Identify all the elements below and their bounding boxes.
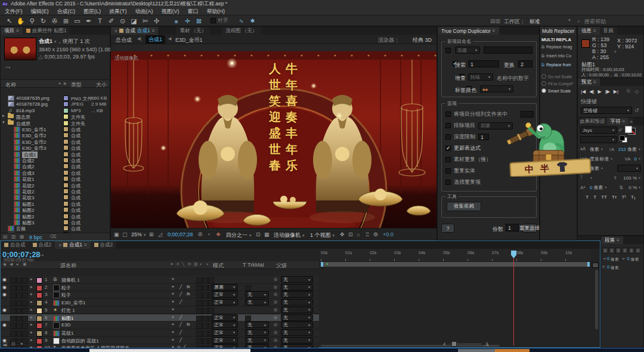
grid-guides-icon[interactable]: ⊞	[149, 231, 154, 237]
label-color-swatch[interactable]	[36, 292, 42, 298]
hand-tool[interactable]: ✋	[15, 16, 26, 26]
visibility-toggle-icon[interactable]: ◉	[2, 277, 7, 282]
eyedropper-icon[interactable]: ✐	[618, 128, 623, 133]
search-input[interactable]: 1	[468, 60, 499, 67]
layer-row[interactable]: ◉▸1✇摄像机 1✦◎无▼	[1, 276, 319, 284]
parent-dropdown[interactable]: 无▼	[281, 276, 313, 283]
parent-dropdown[interactable]: 无▼	[281, 291, 313, 298]
column-type[interactable]: 类型	[71, 81, 82, 89]
option-checkbox[interactable]	[445, 146, 451, 151]
pixel-aspect-icon[interactable]: ✥	[340, 231, 345, 237]
trkmat-well[interactable]	[245, 316, 251, 322]
shy-icon[interactable]: ✦	[171, 292, 175, 297]
label-color-swatch[interactable]	[63, 194, 69, 200]
layer-row[interactable]: ▸8花纹1✦╱正常▼无▼◎无▼	[1, 329, 319, 337]
last-frame-icon[interactable]: ▶|	[614, 89, 618, 94]
lock-toggle[interactable]	[22, 277, 28, 283]
leading-value[interactable]: 212	[618, 147, 626, 152]
pickwhip-icon[interactable]: ◎	[274, 292, 277, 297]
blend-mode-dropdown[interactable]: 正常▼	[212, 299, 238, 305]
menu-item[interactable]: 编辑(E)	[31, 8, 49, 16]
label-color-swatch[interactable]	[36, 308, 42, 314]
faux-style-button[interactable]: T¹	[621, 194, 626, 200]
layer-name[interactable]: E3D_金币1	[61, 299, 85, 306]
layer-name[interactable]: 摄像机 1	[61, 277, 80, 283]
label-color-swatch[interactable]	[36, 300, 42, 306]
workspace-caret-icon[interactable]: ▼	[568, 18, 571, 22]
flowchart-button-icon[interactable]: ♖	[365, 231, 370, 237]
parent-dropdown[interactable]: 无▼	[281, 329, 313, 336]
solo-toggle[interactable]	[16, 300, 22, 306]
expander-icon[interactable]: ▸	[30, 307, 33, 312]
project-item[interactable]: 花纹3合成	[1, 194, 110, 200]
item-name[interactable]: 401687635.png	[16, 95, 49, 101]
indent-left-value[interactable]: 0	[607, 257, 609, 263]
label-color-swatch[interactable]	[63, 226, 69, 231]
lock-toggle[interactable]	[22, 285, 28, 291]
stroke-type-dropdown[interactable]: ▼	[617, 165, 641, 172]
renderer-value[interactable]: 经典 3D	[413, 36, 432, 44]
next-frame-icon[interactable]: |▶	[605, 89, 610, 94]
switch-well[interactable]	[202, 338, 208, 344]
item-name[interactable]: 401876728.jpg	[16, 101, 48, 107]
label-color-swatch[interactable]	[36, 277, 42, 283]
menu-item[interactable]: 合成(C)	[57, 8, 76, 16]
graph-editor-icon[interactable]: ⊟	[11, 341, 16, 347]
blend-mode-dropdown[interactable]: 正常▼	[212, 314, 238, 321]
transfer-controls-icon[interactable]: ✦	[20, 341, 24, 347]
blend-mode-dropdown[interactable]: 屏幕▼	[212, 284, 238, 291]
switch-well[interactable]	[202, 331, 208, 336]
column-parent[interactable]: 父级	[276, 262, 287, 270]
parent-dropdown[interactable]: 无▼	[281, 322, 313, 328]
scale-value[interactable]: 100 %	[623, 175, 637, 181]
label-color-swatch[interactable]	[63, 183, 69, 188]
radio-icon[interactable]	[541, 74, 546, 79]
solo-toggle[interactable]	[16, 331, 22, 336]
switch-well[interactable]	[196, 292, 202, 298]
label-color-swatch[interactable]	[63, 220, 69, 225]
panel-menu-icon[interactable]: ≡	[152, 28, 155, 33]
audio-toggle[interactable]	[10, 277, 16, 283]
project-item[interactable]: E3D_金币2合成	[1, 138, 110, 144]
pickwhip-icon[interactable]: ◎	[274, 322, 277, 327]
mr-radio[interactable]: Do not Scale	[541, 73, 575, 80]
audio-toggle[interactable]	[10, 323, 16, 329]
label-color-swatch[interactable]	[63, 108, 69, 113]
fx-icon[interactable]: fx	[187, 322, 190, 326]
help-button[interactable]: ?	[441, 224, 454, 233]
align-button[interactable]: ≡	[628, 248, 634, 254]
first-frame-icon[interactable]: |◀	[581, 89, 586, 94]
project-item[interactable]: 花纹2合成	[1, 182, 110, 188]
search-icon[interactable]: ⌕	[577, 18, 580, 24]
mr-button[interactable]: ⧉Replace from	[541, 60, 575, 69]
pan-behind-tool[interactable]: ⊞	[60, 16, 72, 26]
lock-toggle[interactable]	[22, 316, 28, 322]
blend-mode-dropdown[interactable]: 正常▼	[212, 291, 238, 298]
clone-stamp-tool[interactable]: ⊙	[117, 16, 128, 26]
mask-feather-tool[interactable]: ∿	[236, 16, 247, 26]
solo-toggle[interactable]	[16, 323, 22, 329]
baseline-value[interactable]: 0	[590, 185, 592, 190]
transparency-grid-icon[interactable]: ▦	[264, 231, 270, 237]
blend-mode-dropdown[interactable]: 正常▼	[212, 337, 238, 344]
panel-menu-icon[interactable]: ≡	[617, 237, 620, 243]
quality-icon[interactable]: ╱	[179, 292, 182, 297]
mute-icon[interactable]: ◁·	[634, 89, 640, 94]
zoom-slider-handle[interactable]	[451, 341, 457, 347]
faux-style-button[interactable]: Tᴛ	[612, 194, 617, 200]
pickwhip-icon[interactable]: ◎	[274, 307, 277, 312]
always-preview-icon[interactable]: ▣	[114, 231, 119, 237]
column-mode[interactable]: 模式	[213, 262, 224, 270]
taskbar-window-gray[interactable]	[458, 349, 495, 352]
layer-row[interactable]: ▸4E3D_金币1✦╱正常▼无▼◎无▼	[1, 299, 319, 307]
audio-toggle[interactable]	[10, 292, 16, 298]
new-comp-icon[interactable]: ▦	[20, 234, 24, 239]
column-source-name[interactable]: 源名称	[60, 262, 76, 270]
shy-icon[interactable]: ✦	[171, 315, 175, 320]
replace-input[interactable]: 2	[518, 60, 532, 67]
label-color-swatch[interactable]	[63, 139, 69, 144]
tab-composition[interactable]: × 合成 合成1 ≡	[111, 27, 158, 35]
project-item[interactable]: 401876728.jpgJPEG2.9 MB	[1, 101, 110, 107]
label-column-icon[interactable]: ◈	[63, 81, 66, 86]
selection-tool[interactable]: ↖	[4, 16, 15, 26]
